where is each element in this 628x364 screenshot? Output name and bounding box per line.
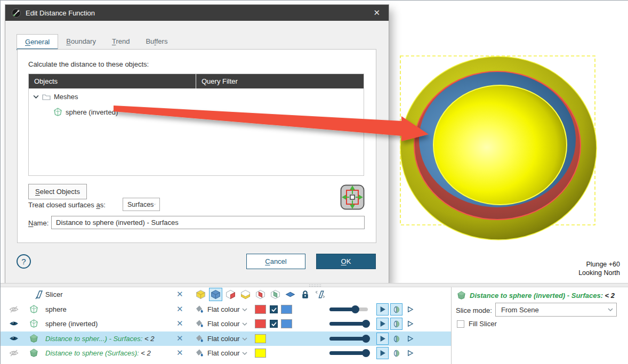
splitter-grip[interactable] (309, 284, 321, 287)
mesh-wireframe-icon (29, 305, 38, 313)
two-sided-surface-button[interactable] (390, 333, 402, 345)
opacity-slider[interactable] (329, 322, 368, 326)
lock-slicer-icon[interactable] (299, 288, 312, 301)
help-button[interactable]: ? (17, 254, 31, 269)
select-objects-button[interactable]: Select Objects (28, 184, 87, 199)
colour-swatch[interactable] (255, 319, 266, 328)
shape-row-sphere-inverted[interactable]: sphere (inverted) ✕ Flat colour (1, 317, 451, 331)
scene-move-widget-icon[interactable] (340, 184, 365, 210)
shape-row-sphere[interactable]: sphere ✕ Flat colour (1, 302, 451, 317)
paint-bucket-icon (194, 334, 204, 343)
render-solid-button-active[interactable] (376, 347, 389, 359)
two-sided-surface-button-active[interactable] (390, 303, 402, 316)
dialog-titlebar[interactable]: Edit Distance Function ✕ (5, 5, 389, 21)
calculate-distance-label: Calculate the distance to these objects: (28, 60, 149, 68)
tree-label-sphere-inverted: sphere (inverted) (66, 108, 118, 116)
fill-slicer-checkbox[interactable] (457, 320, 464, 328)
tab-boundary[interactable]: Boundary (58, 34, 104, 50)
opacity-slider[interactable] (329, 351, 368, 355)
shape-label: sphere (45, 305, 67, 313)
remove-shape-button[interactable]: ✕ (176, 348, 183, 358)
visibility-hidden-icon[interactable] (9, 350, 19, 357)
shape-label: sphere (inverted) (45, 320, 98, 328)
slicer-tools (194, 288, 327, 301)
panel-splitter[interactable] (1, 283, 628, 287)
cancel-button[interactable]: Cancel (246, 254, 305, 269)
two-colour-checkbox-checked[interactable] (270, 320, 278, 328)
tree-item-sphere-inverted[interactable]: sphere (inverted) (53, 108, 118, 116)
display-style-value: Flat colour (207, 335, 240, 343)
two-sided-surface-button-active[interactable] (390, 318, 402, 330)
folder-icon (42, 93, 51, 100)
opacity-slider-handle[interactable] (362, 320, 370, 328)
slice-tool-cube-solid-blue-selected[interactable] (209, 288, 222, 301)
opacity-slider[interactable] (329, 308, 368, 311)
properties-title: Distance to sphere (inverted) - Surfaces… (470, 292, 603, 300)
chevron-down-icon[interactable] (242, 352, 247, 355)
shape-row-distance-to-sphere-surfaces[interactable]: Distance to sphere (Surfaces): < 2 ✕ Fla… (1, 346, 451, 360)
two-sided-surface-button[interactable] (390, 347, 402, 359)
slice-tool-cube-slice-green[interactable] (269, 288, 282, 301)
objects-table: Objects Query Filter Meshes (28, 74, 364, 176)
edit-distance-function-dialog: Edit Distance Function ✕ General Boundar… (5, 5, 389, 284)
slice-mode-label: Slice mode: (456, 306, 492, 314)
remove-shape-button[interactable]: ✕ (176, 319, 183, 328)
remove-slicer-button[interactable]: ✕ (176, 289, 183, 299)
tab-buffers[interactable]: Buffers (138, 34, 175, 50)
application-window: Plunge +60 Looking North Edit Distance F… (0, 0, 628, 364)
remove-shape-button[interactable]: ✕ (176, 334, 183, 343)
properties-title-threshold: < 2 (603, 292, 615, 300)
render-wireframe-button[interactable] (404, 333, 416, 345)
tree-item-meshes[interactable]: Meshes (33, 93, 78, 101)
mesh-solid-icon (29, 334, 38, 343)
paint-bucket-icon (194, 349, 204, 358)
dialog-close-button[interactable]: ✕ (370, 8, 383, 18)
two-colour-checkbox-checked[interactable] (270, 305, 278, 313)
chevron-down-icon[interactable] (242, 322, 247, 326)
opacity-slider-handle[interactable] (351, 305, 359, 313)
render-wireframe-button[interactable] (404, 347, 416, 359)
render-solid-button-active[interactable] (376, 333, 389, 345)
slice-tool-cube-slab-yellow[interactable] (239, 288, 252, 301)
opacity-slider[interactable] (329, 337, 368, 341)
visibility-hidden-icon[interactable] (9, 306, 19, 313)
remove-shape-button[interactable]: ✕ (176, 304, 183, 314)
treat-closed-surfaces-select[interactable]: Surfaces (123, 198, 160, 211)
opacity-slider-handle[interactable] (362, 349, 370, 357)
slice-tool-cube-slice-red[interactable] (254, 288, 267, 301)
shape-label-threshold: < 2 (142, 335, 154, 343)
render-solid-button-active[interactable] (376, 318, 389, 330)
render-wireframe-button[interactable] (404, 303, 416, 316)
objects-column-header: Objects (29, 74, 196, 88)
visibility-visible-icon[interactable] (9, 335, 19, 342)
dialog-tabs: General Boundary Trend Buffers (17, 34, 175, 50)
visibility-visible-icon[interactable] (9, 320, 19, 327)
tab-general[interactable]: General (17, 34, 58, 50)
secondary-colour-swatch[interactable] (281, 319, 292, 328)
colour-swatch[interactable] (255, 349, 266, 358)
render-wireframe-button[interactable] (404, 318, 416, 330)
slice-mode-select[interactable]: From Scene (495, 303, 617, 317)
tab-trend[interactable]: Trend (104, 34, 138, 50)
display-style-value: Flat colour (207, 305, 240, 313)
opacity-slider-handle[interactable] (362, 335, 370, 343)
shape-row-distance-to-sphere-inverted[interactable]: Distance to spher...) - Surfaces: < 2 ✕ … (1, 331, 451, 346)
render-solid-button-active[interactable] (376, 303, 389, 316)
plunge-text: Plunge +60 (578, 260, 620, 269)
secondary-colour-swatch[interactable] (281, 305, 292, 314)
mesh-solid-icon (457, 291, 466, 300)
colour-swatch[interactable] (255, 334, 266, 343)
slice-tool-cube-solid-yellow[interactable] (194, 288, 207, 301)
tree-expander-icon[interactable] (33, 95, 39, 99)
slice-tool-cube-slab-red[interactable] (224, 288, 237, 301)
name-input[interactable] (51, 216, 365, 229)
chevron-down-icon[interactable] (242, 337, 247, 341)
colour-swatch[interactable] (255, 305, 266, 314)
slicer-icon (34, 289, 43, 300)
chevron-down-icon[interactable] (242, 308, 247, 312)
draw-slicer-icon[interactable] (313, 288, 327, 301)
slice-tool-plane-blue[interactable] (284, 288, 297, 301)
slicer-row[interactable]: Slicer ✕ (1, 287, 451, 302)
ok-button[interactable]: OK (316, 254, 376, 269)
distance-function-icon (12, 9, 21, 18)
